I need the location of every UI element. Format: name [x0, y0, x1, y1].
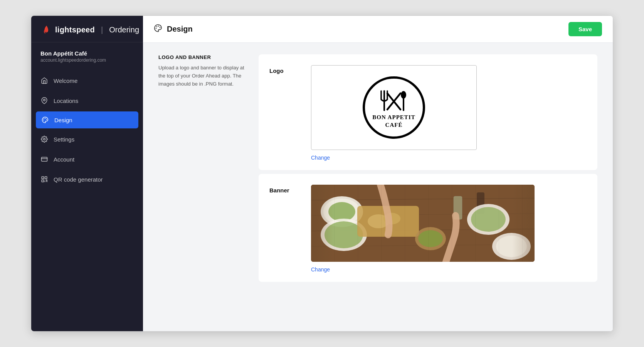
sidebar-item-settings[interactable]: Settings — [31, 130, 143, 148]
save-button[interactable]: Save — [568, 22, 602, 36]
sidebar-item-locations[interactable]: Locations — [31, 91, 143, 110]
svg-point-3 — [44, 118, 44, 119]
svg-point-24 — [401, 91, 406, 99]
banner-change-link[interactable]: Change — [311, 266, 330, 273]
brand-name: lightspeed — [55, 25, 95, 34]
logo-change-link[interactable]: Change — [311, 155, 330, 161]
account-url: account.lightspeedordering.com — [40, 57, 134, 63]
pin-icon — [40, 97, 48, 104]
svg-point-48 — [418, 230, 443, 247]
svg-rect-30 — [311, 185, 535, 262]
svg-rect-6 — [42, 157, 47, 162]
sidebar-item-locations-label: Locations — [54, 98, 78, 104]
sidebar-nav: Welcome Locations — [31, 67, 143, 331]
home-icon — [40, 77, 48, 84]
food-table-illustration — [311, 185, 535, 262]
section-title: LOGO AND BANNER — [158, 54, 247, 60]
card-icon — [40, 155, 48, 163]
brand-product: Ordering — [109, 25, 139, 34]
svg-rect-40 — [357, 206, 419, 237]
account-info: Bon Appétit Café account.lightspeedorder… — [31, 42, 143, 67]
svg-rect-10 — [42, 180, 44, 182]
svg-point-46 — [471, 207, 506, 232]
svg-point-50 — [496, 236, 527, 257]
svg-rect-43 — [454, 196, 462, 219]
palette-icon — [41, 116, 49, 124]
svg-line-34 — [311, 244, 535, 246]
top-bar: Design Save — [143, 16, 613, 43]
svg-point-5 — [44, 138, 45, 140]
logo-preview-box: BON APPETIT CAFÉ — [311, 65, 477, 150]
sidebar-item-qr-label: QR code generator — [54, 176, 103, 183]
sidebar-logo: lightspeed | Ordering — [31, 16, 143, 42]
banner-label: Banner — [269, 185, 300, 194]
svg-point-45 — [467, 204, 509, 235]
qr-icon — [40, 175, 48, 183]
svg-point-0 — [44, 99, 45, 101]
sidebar-item-welcome[interactable]: Welcome — [31, 71, 143, 90]
logo-label: Logo — [269, 65, 300, 74]
content-area: LOGO AND BANNER Upload a logo and banner… — [143, 43, 613, 331]
svg-text:BON APPETIT: BON APPETIT — [372, 114, 415, 120]
design-icon — [154, 24, 162, 34]
svg-point-37 — [328, 202, 355, 221]
sidebar: lightspeed | Ordering Bon Appétit Café a… — [31, 16, 143, 331]
svg-point-39 — [325, 221, 363, 248]
sidebar-item-design-label: Design — [54, 117, 72, 123]
banner-preview — [311, 185, 535, 262]
section-description-panel: LOGO AND BANNER Upload a logo and banner… — [158, 54, 247, 320]
svg-line-33 — [311, 229, 535, 231]
svg-point-4 — [44, 120, 44, 120]
svg-rect-8 — [42, 177, 44, 179]
page-title-container: Design — [154, 24, 193, 34]
sidebar-item-design[interactable]: Design — [36, 111, 138, 128]
logo-content: BON APPETIT CAFÉ Change — [311, 65, 587, 161]
page-title: Design — [167, 25, 193, 34]
svg-point-47 — [415, 227, 446, 250]
svg-line-31 — [311, 198, 535, 200]
sidebar-item-settings-label: Settings — [54, 136, 74, 143]
sidebar-item-account-label: Account — [54, 156, 74, 163]
brand-divider: | — [101, 25, 103, 34]
svg-point-38 — [321, 219, 367, 251]
logo-panel: Logo — [259, 54, 597, 170]
svg-point-20 — [364, 77, 424, 138]
svg-text:CAFÉ: CAFÉ — [385, 122, 403, 128]
gear-icon — [40, 135, 48, 143]
svg-rect-44 — [477, 192, 484, 214]
sidebar-item-qr[interactable]: QR code generator — [31, 170, 143, 189]
svg-point-17 — [160, 27, 160, 28]
svg-point-35 — [321, 196, 363, 227]
banner-content: Change — [311, 185, 587, 273]
svg-point-42 — [383, 213, 400, 224]
svg-point-49 — [492, 233, 531, 260]
banner-panel: Banner — [259, 174, 597, 282]
svg-point-2 — [47, 120, 47, 120]
svg-rect-9 — [45, 177, 47, 179]
lightspeed-flame-icon — [40, 24, 51, 35]
svg-point-36 — [323, 199, 360, 225]
right-panels: Logo — [259, 54, 597, 320]
svg-point-18 — [156, 26, 157, 27]
svg-line-32 — [311, 214, 535, 216]
svg-point-16 — [158, 26, 159, 27]
section-description-text: Upload a logo and banner to display at t… — [158, 64, 247, 88]
account-name: Bon Appétit Café — [40, 50, 134, 57]
sidebar-item-welcome-label: Welcome — [54, 77, 77, 84]
restaurant-logo-svg: BON APPETIT CAFÉ — [361, 75, 427, 140]
svg-point-19 — [156, 28, 156, 29]
main-content: Design Save LOGO AND BANNER Upload a log… — [143, 16, 613, 331]
svg-point-1 — [45, 118, 46, 119]
sidebar-item-account[interactable]: Account — [31, 150, 143, 168]
svg-point-41 — [368, 214, 389, 228]
